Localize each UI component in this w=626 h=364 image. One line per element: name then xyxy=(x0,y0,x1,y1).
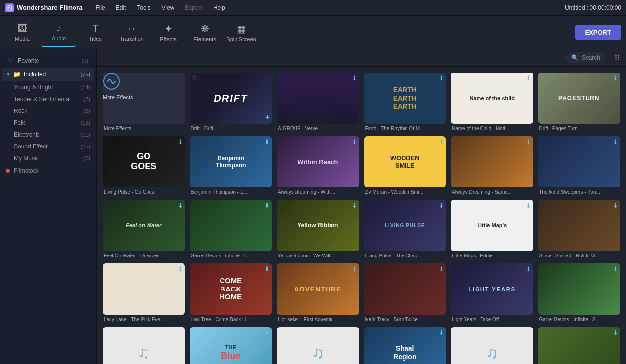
grid-toggle-icon[interactable]: ⠿ xyxy=(614,53,620,63)
list-item[interactable]: Within Reach ⬇ Always Dreaming - Withi..… xyxy=(277,136,359,195)
living-overlay: GOGOES xyxy=(103,136,185,187)
lior-overlay: ADVENTURE xyxy=(277,263,359,315)
list-item[interactable]: ⬇ Lady Lane - The Pink Eve... xyxy=(103,263,185,322)
benjamin-overlay: BenjaminThompson xyxy=(190,136,272,187)
sidebar-folk[interactable]: Folk (13) xyxy=(0,117,96,129)
menu-tools[interactable]: Tools xyxy=(132,2,155,13)
list-item[interactable]: More Effects More Effects xyxy=(103,73,185,131)
toolbar-elements[interactable]: ❋ Elements xyxy=(187,18,222,47)
download-icon: ⬇ xyxy=(613,329,618,336)
list-item[interactable]: Little Map's ⬇ Little Maps - Eddie xyxy=(451,200,533,258)
lady-thumb: ⬇ xyxy=(103,263,185,315)
list-item[interactable]: PAGESTURN ⬇ Drift - Pages Turn xyxy=(538,73,621,131)
earth-label: Earth - The Rhythm Of M... xyxy=(364,126,446,131)
list-item[interactable]: LIGHT YEARS ⬇ Light Years - Take Off xyxy=(451,263,533,322)
toolbar-split[interactable]: ▦ Split Screen xyxy=(224,18,258,47)
sidebar-sound-effect-count: (25) xyxy=(80,144,90,149)
list-item[interactable]: ⬇ Since I Started - Roll In Vi... xyxy=(538,200,621,258)
list-item[interactable]: EARTHEARTHEARTH ⬇ Earth - The Rhythm Of … xyxy=(364,73,446,131)
toolbar-transition[interactable]: ↔ Transition xyxy=(114,18,149,47)
toolbar-audio[interactable]: ♪ Audio xyxy=(41,18,76,47)
list-item[interactable]: ♫ Atomic Bomb xyxy=(103,327,185,364)
toolbar-titles-label: Titles xyxy=(89,36,102,42)
list-item[interactable]: Feel on Water ⬇ Feet On Water - Unexpec.… xyxy=(103,200,185,258)
list-item[interactable]: ShaalRegion ⬇ Low Tree - Shaal Region xyxy=(364,327,446,364)
app-name: Wondershare Filmora xyxy=(17,4,82,11)
pages-label: Drift - Pages Turn xyxy=(538,126,621,131)
toolbar-audio-label: Audio xyxy=(52,36,66,41)
list-item[interactable]: Name of the child ⬇ Name of the Child - … xyxy=(451,73,533,131)
list-item[interactable]: GOGOES ⬇ Living Pulse - Go Goes xyxy=(103,136,185,195)
sidebar-electronic[interactable]: Electronic (11) xyxy=(0,129,96,141)
list-item[interactable]: ♫ Cinematic Horn xyxy=(451,327,533,364)
feet-thumb: Feel on Water ⬇ xyxy=(103,200,185,251)
toolbar-media[interactable]: 🖼 Media xyxy=(5,18,39,47)
pages-overlay: PAGESTURN xyxy=(538,73,621,124)
list-item[interactable]: ♫ Transition Swoosh xyxy=(277,327,359,364)
music-note-icon: ♫ xyxy=(312,344,324,362)
download-icon: ⬇ xyxy=(178,265,183,273)
little-thumb: Little Map's ⬇ xyxy=(451,200,533,251)
sidebar-electronic-label: Electronic xyxy=(14,131,40,138)
more-effects-thumb: More Effects xyxy=(103,73,185,124)
sidebar-tender[interactable]: Tender & Sentimental (7) xyxy=(0,93,96,105)
toolbar-effects[interactable]: ✦ Effects xyxy=(151,18,185,47)
download-icon: ⬇ xyxy=(264,265,270,273)
sidebar-my-music[interactable]: My Music (0) xyxy=(0,152,96,164)
sidebar-electronic-count: (11) xyxy=(80,132,90,138)
effects-icon: ✦ xyxy=(164,23,173,35)
sidebar-my-music-label: My Music xyxy=(14,155,39,162)
yellow-label: Yellow Ribbon - We Will ... xyxy=(277,253,359,258)
sidebar-favorite-count: (0) xyxy=(82,58,88,64)
list-item[interactable]: DRIFT ♡ + Drift - Drift xyxy=(190,73,272,131)
search-placeholder: Search xyxy=(582,54,600,61)
list-item[interactable]: ADVENTURE ⬇ Lior seker - First Adventu..… xyxy=(277,263,359,322)
menu-edit[interactable]: Edit xyxy=(111,2,131,13)
list-item[interactable]: THEBlue ⬇ Little Maps - Out The Blue xyxy=(190,327,272,364)
list-item[interactable]: COMEBACKHOME ⬇ Low Tree - Come Back H... xyxy=(190,263,272,322)
list-item[interactable]: ⬇ Garret Bevins - Infinite - S... xyxy=(538,263,621,322)
low-label: Low Tree - Come Back H... xyxy=(190,317,272,322)
list-item[interactable]: ⬇ Sand - Takes Me To the L... xyxy=(538,327,621,364)
list-item[interactable]: ⬇ Mark Tracy - Born Twice xyxy=(364,263,446,322)
download-icon: ⬇ xyxy=(439,138,444,146)
list-item[interactable]: Yellow Ribbon ⬇ Yellow Ribbon - We Will … xyxy=(277,200,359,258)
list-item[interactable]: LIVING PULSE ⬇ Living Pulse - The Chap..… xyxy=(364,200,446,258)
wondershare-icon xyxy=(103,73,185,94)
list-item[interactable]: ⬇ Always Dreaming - Same... xyxy=(451,136,533,195)
pages-thumb: PAGESTURN ⬇ xyxy=(538,73,621,124)
sidebar-filmstock[interactable]: Filmstock xyxy=(0,164,96,177)
sidebar-my-music-count: (0) xyxy=(84,155,90,161)
sidebar-folk-count: (13) xyxy=(80,120,90,126)
list-item[interactable]: WOODENSMILE ⬇ Ziv Moran - Wooden Smi... xyxy=(364,136,446,195)
menu-file[interactable]: File xyxy=(90,2,110,13)
cinematic-thumb: ♫ xyxy=(451,327,533,364)
collapse-arrow-icon: ▼ xyxy=(6,72,11,77)
sidebar-included[interactable]: ▼ 📁 Included (76) xyxy=(2,68,94,81)
list-item[interactable]: ⬇ Garret Bevins - Infinite - I... xyxy=(190,200,272,258)
list-item[interactable]: ⬇ A-GROUP - Verve xyxy=(277,73,359,131)
earth-thumb: EARTHEARTHEARTH ⬇ xyxy=(364,73,446,124)
search-box[interactable]: 🔍 Search xyxy=(565,52,606,63)
sand-thumb: ⬇ xyxy=(538,327,621,364)
list-item[interactable]: ⬇ The Mind Sweepers - Ran... xyxy=(538,136,621,195)
menu-help[interactable]: Help xyxy=(208,2,230,13)
sidebar-sound-effect[interactable]: Sound Effect (25) xyxy=(0,141,96,152)
download-icon: ⬇ xyxy=(352,265,357,273)
always-label: Always Dreaming - Same... xyxy=(451,189,533,195)
menu-view[interactable]: View xyxy=(156,2,179,13)
feet-label: Feet On Water - Unexpec... xyxy=(103,253,185,258)
sidebar-rock-label: Rock xyxy=(14,108,27,114)
sidebar-young-bright[interactable]: Young & Bright (14) xyxy=(0,81,96,93)
garret-label: Garret Bevins - Infinite - I... xyxy=(190,253,272,258)
menu-export[interactable]: Export xyxy=(180,2,207,13)
sidebar-favorite-label: Favorite xyxy=(18,57,39,64)
sidebar-folk-label: Folk xyxy=(14,119,25,126)
toolbar-titles[interactable]: T Titles xyxy=(78,18,112,47)
list-item[interactable]: BenjaminThompson ⬇ Benjamin Thompson - L… xyxy=(190,136,272,195)
export-button[interactable]: EXPORT xyxy=(575,25,621,40)
mark-label: Mark Tracy - Born Twice xyxy=(364,317,446,322)
sidebar-favorite[interactable]: ♡ Favorite (0) xyxy=(2,54,94,67)
sidebar-rock[interactable]: Rock (6) xyxy=(0,105,96,117)
media-icon: 🖼 xyxy=(17,23,27,34)
